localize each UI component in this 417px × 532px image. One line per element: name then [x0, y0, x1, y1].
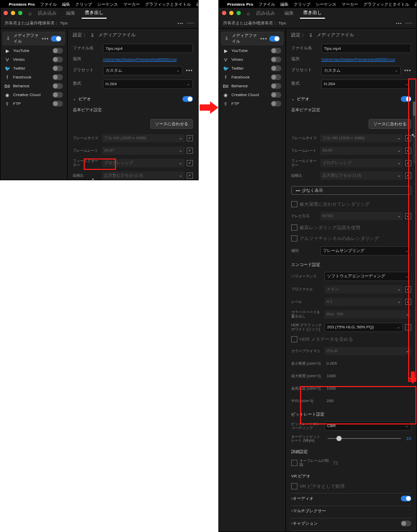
effects-section[interactable]: ›エフェクト: [291, 530, 411, 531]
tab-export[interactable]: 書き出し: [300, 8, 325, 19]
vr-checkbox[interactable]: [291, 483, 297, 489]
sidebar-item-vimeo[interactable]: VVimeo: [1, 55, 67, 64]
tab-edit[interactable]: 編集: [63, 8, 79, 18]
fieldorder-match-checkbox[interactable]: [187, 160, 193, 166]
sidebar-item-creative-cloud[interactable]: ◉Creative Cloud: [1, 90, 67, 99]
format-select[interactable]: H.264⌄: [321, 79, 411, 89]
hdr-select[interactable]: 203 (75% HLG, 58% PQ)⌄: [324, 323, 403, 332]
video-section-header[interactable]: ⌄ビデオ: [291, 95, 411, 103]
caption-section[interactable]: ›キャプション: [291, 518, 411, 528]
aspect-match-checkbox[interactable]: [187, 172, 193, 179]
menu-item[interactable]: ファイル: [258, 2, 275, 7]
aspect-select[interactable]: 正方形ピクセル (1.0)⌄: [320, 171, 403, 180]
toggle-behance[interactable]: [53, 83, 63, 89]
filename-input[interactable]: Tips.mp4: [321, 44, 411, 53]
close-window-icon[interactable]: [222, 11, 226, 15]
menu-item[interactable]: シーケンス: [316, 2, 336, 7]
sidebar-item-twitter[interactable]: 🐦Twitter: [219, 64, 285, 73]
sidebar-item-ftp[interactable]: ⇧FTP: [1, 99, 67, 108]
app-name[interactable]: Premiere Pro: [227, 2, 253, 7]
more-icon[interactable]: •••: [178, 21, 184, 25]
framerate-match-checkbox[interactable]: [187, 148, 193, 154]
target-bitrate-value[interactable]: 10: [406, 436, 411, 441]
toggle-media-file[interactable]: [269, 36, 280, 42]
menu-item[interactable]: シーケンス: [97, 2, 118, 7]
fieldorder-select[interactable]: プログレッシブ⌄: [102, 159, 185, 167]
aspect-select[interactable]: 正方形ピクセル (1.0)⌄: [102, 171, 185, 180]
sidebar-item-vimeo[interactable]: VVimeo: [219, 55, 285, 64]
profile-select[interactable]: メイン⌄: [324, 285, 403, 294]
colorspace-select[interactable]: Rec. 709⌄: [324, 310, 411, 318]
audio-section[interactable]: ›オーディオ: [291, 493, 411, 503]
max-quality-checkbox[interactable]: [291, 224, 297, 231]
avg-value[interactable]: 200: [324, 397, 411, 405]
fieldorder-select[interactable]: プログレッシブ⌄: [320, 159, 403, 167]
sidebar-item-behance[interactable]: BēBehance: [1, 82, 67, 90]
menu-item[interactable]: 表示: [414, 2, 417, 7]
menu-item[interactable]: クリップ: [294, 2, 310, 7]
item-more-icon[interactable]: •••: [260, 36, 267, 42]
sidebar-item-youtube[interactable]: ▶YouTube: [1, 46, 67, 55]
toggle-creative-cloud[interactable]: [53, 92, 63, 98]
toggle-youtube[interactable]: [53, 48, 63, 54]
tab-export[interactable]: 書き出し: [82, 8, 107, 19]
item-more-icon[interactable]: •••: [42, 36, 49, 42]
zoom-window-icon[interactable]: [18, 11, 22, 15]
sidebar-item-youtube[interactable]: ▶YouTube: [219, 46, 285, 55]
menu-item[interactable]: グラフィックとタイトル: [363, 2, 409, 7]
framesize-select[interactable]: フル HD (1920 x 1080)⌄: [102, 134, 185, 142]
multiplexer-section[interactable]: ›マルチプレクサー: [291, 506, 411, 516]
zoom-window-icon[interactable]: [237, 11, 241, 15]
minimize-window-icon[interactable]: [229, 11, 233, 15]
sidebar-item-ftp[interactable]: ⇧FTP: [219, 99, 285, 108]
menu-item[interactable]: 編集: [62, 2, 70, 7]
toggle-audio[interactable]: [401, 496, 411, 501]
menu-item[interactable]: ファイル: [40, 2, 57, 7]
framesize-select[interactable]: フル HD (1920 x 1080)⌄: [320, 134, 403, 142]
max-frame-value[interactable]: 1000: [324, 384, 411, 393]
sidebar-item-media-file[interactable]: ⇩メディアファイル•••: [221, 32, 283, 45]
target-bitrate-slider[interactable]: [328, 438, 401, 439]
video-section-header[interactable]: ⌄ビデオ: [73, 95, 193, 103]
bitrate-encoding-select[interactable]: CBR⌄: [324, 421, 411, 431]
framesize-match-checkbox[interactable]: [187, 135, 193, 141]
framerate-select[interactable]: 29.97⌄: [320, 147, 403, 155]
filename-input[interactable]: Tips.mp4: [103, 44, 193, 53]
sidebar-item-creative-cloud[interactable]: ◉Creative Cloud: [219, 90, 285, 99]
menu-item[interactable]: グラフィックとタイトル: [145, 2, 191, 7]
toggle-vimeo[interactable]: [53, 57, 63, 62]
preset-select[interactable]: カスタム⌄: [103, 66, 183, 75]
toggle-video[interactable]: [183, 96, 193, 102]
tab-edit[interactable]: 編集: [281, 8, 297, 18]
level-select[interactable]: 4.1⌄: [324, 298, 403, 306]
match-source-button[interactable]: ソースに合わせる: [369, 119, 411, 129]
framerate-select[interactable]: 29.97⌄: [102, 147, 185, 155]
home-icon[interactable]: ⌂: [29, 10, 32, 16]
interp-select[interactable]: フレームサンプリング⌄: [320, 246, 411, 256]
minimize-window-icon[interactable]: [11, 11, 15, 15]
menu-item[interactable]: クリップ: [75, 2, 92, 7]
close-window-icon[interactable]: [4, 11, 8, 15]
sidebar-item-facebook[interactable]: fFacebook: [219, 73, 285, 82]
keyframe-checkbox[interactable]: [291, 460, 297, 466]
sidebar-item-twitter[interactable]: 🐦Twitter: [1, 64, 67, 73]
sidebar-item-media-file[interactable]: ⇩メディアファイル •••: [3, 32, 65, 45]
app-name[interactable]: Premiere Pro: [9, 2, 35, 7]
render-max-checkbox[interactable]: [291, 201, 297, 207]
tab-import[interactable]: 読み込み: [35, 8, 60, 18]
format-select[interactable]: H.264⌄: [103, 79, 193, 89]
scrollbar-thumb[interactable]: [413, 101, 416, 116]
toggle-facebook[interactable]: [53, 74, 63, 80]
toggle-video[interactable]: [401, 96, 411, 102]
preset-more-icon[interactable]: •••: [186, 68, 193, 73]
toggle-ftp[interactable]: [53, 101, 63, 107]
primaries-select[interactable]: ITU-R⌄: [324, 347, 411, 355]
more-icon[interactable]: •••: [396, 21, 402, 25]
tab-import[interactable]: 読み込み: [253, 8, 278, 18]
sidebar-item-facebook[interactable]: fFacebook: [1, 73, 67, 82]
performance-select[interactable]: ソフトウェアエンコーディング⌄: [324, 272, 411, 281]
sidebar-item-behance[interactable]: BēBehance: [219, 82, 285, 90]
max-lum-value[interactable]: 1000: [324, 372, 411, 380]
home-icon[interactable]: ⌂: [247, 10, 250, 16]
less-options-button[interactable]: •••少なく表示: [291, 186, 411, 195]
